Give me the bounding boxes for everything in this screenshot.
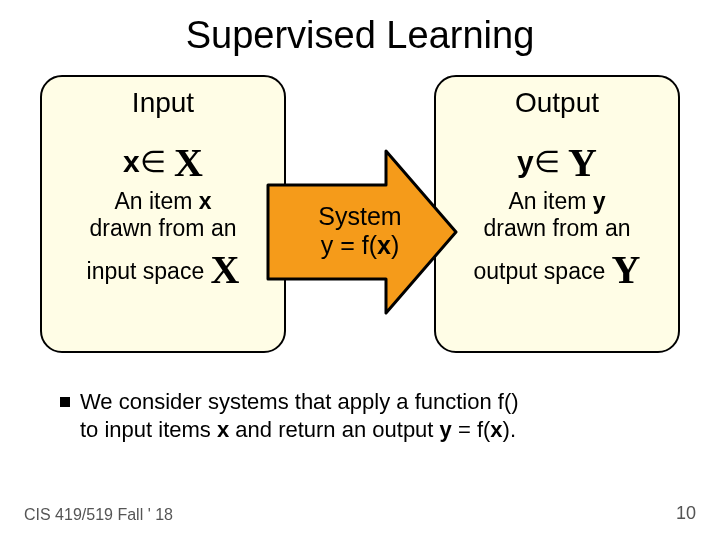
text: output space <box>474 258 612 284</box>
text-bold: x <box>377 231 391 259</box>
input-expression: x∈ X <box>48 135 278 182</box>
text-bold: x <box>490 417 502 442</box>
arrow-line2: y = f(x) <box>321 231 400 260</box>
text: to input items <box>80 417 217 442</box>
input-box: Input x∈ X An item x drawn from an input… <box>40 75 286 353</box>
output-var: y <box>517 145 534 178</box>
text: y = f( <box>321 231 377 259</box>
text-bold: x <box>217 417 229 442</box>
input-space-symbol: X <box>211 246 240 293</box>
slide-title: Supervised Learning <box>0 0 720 57</box>
output-space-symbol: Y <box>612 246 641 293</box>
arrow-line1: System <box>318 202 401 231</box>
diagram: Input x∈ X An item x drawn from an input… <box>40 75 680 357</box>
slide-number: 10 <box>676 503 696 524</box>
output-heading: Output <box>442 87 672 119</box>
input-var: x <box>123 145 140 178</box>
output-description: An item y drawn from an output space Y <box>442 188 672 289</box>
member-symbol: ∈ <box>534 145 568 178</box>
bullet: We consider systems that apply a functio… <box>60 388 680 443</box>
text: An item <box>508 188 592 214</box>
text: drawn from an <box>483 215 630 241</box>
bullet-icon <box>60 397 70 407</box>
input-heading: Input <box>48 87 278 119</box>
text: An item <box>114 188 198 214</box>
text-bold: y <box>440 417 452 442</box>
bullet-line1: We consider systems that apply a functio… <box>80 389 519 414</box>
text-bold: x <box>199 188 212 214</box>
member-symbol: ∈ <box>140 145 174 178</box>
input-description: An item x drawn from an input space X <box>48 188 278 289</box>
slide: Supervised Learning Input x∈ X An item x… <box>0 0 720 540</box>
text: ). <box>503 417 516 442</box>
text: and return an output <box>229 417 439 442</box>
input-space-symbol: X <box>174 139 203 186</box>
arrow-label: System y = f(x) <box>258 147 462 317</box>
output-box: Output y∈ Y An item y drawn from an outp… <box>434 75 680 353</box>
footer-course: CIS 419/519 Fall ' 18 <box>24 506 173 524</box>
text: = f( <box>452 417 491 442</box>
text: drawn from an <box>89 215 236 241</box>
output-space-symbol: Y <box>568 139 597 186</box>
text-bold: y <box>593 188 606 214</box>
arrow: System y = f(x) <box>258 147 462 317</box>
text: input space <box>87 258 211 284</box>
output-expression: y∈ Y <box>442 135 672 182</box>
text: ) <box>391 231 399 259</box>
